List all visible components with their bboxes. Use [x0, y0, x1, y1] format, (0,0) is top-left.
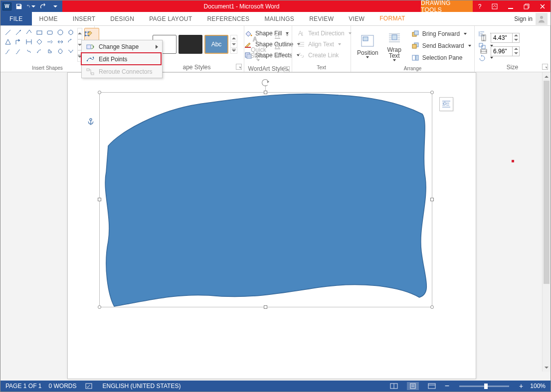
svg-rect-34 — [363, 37, 368, 41]
chevron-down-icon[interactable] — [232, 43, 236, 45]
spinner-up-icon[interactable] — [513, 47, 519, 51]
selection-pane-button[interactable]: Selection Pane — [409, 53, 473, 63]
style-thumb-blue[interactable]: Abc — [204, 35, 228, 54]
document-canvas[interactable] — [0, 72, 551, 381]
tab-design[interactable]: DESIGN — [103, 12, 142, 25]
link-icon — [297, 51, 305, 59]
redo-icon[interactable] — [38, 2, 47, 10]
marker — [512, 160, 514, 162]
width-icon — [480, 47, 488, 55]
tab-insert[interactable]: INSERT — [65, 12, 103, 25]
spinner-down-icon[interactable] — [513, 38, 519, 42]
spinner-up-icon[interactable] — [513, 33, 519, 38]
ribbon-options-icon[interactable] — [487, 0, 503, 12]
status-words[interactable]: 0 WORDS — [48, 383, 76, 390]
resize-handle-n[interactable] — [264, 91, 267, 94]
resize-handle-sw[interactable] — [98, 305, 101, 309]
dialog-launcher-icon[interactable] — [236, 64, 242, 70]
edit-shape-icon[interactable] — [85, 28, 93, 39]
tab-format[interactable]: FORMAT — [372, 12, 413, 25]
undo-more-icon[interactable] — [31, 5, 35, 7]
resize-handle-nw[interactable] — [98, 91, 101, 94]
dialog-launcher-icon[interactable] — [542, 64, 548, 70]
zoom-slider-thumb[interactable] — [484, 384, 488, 389]
position-button[interactable]: Position — [354, 28, 381, 63]
style-thumb-dark[interactable]: Abc — [179, 35, 202, 54]
sign-in-link[interactable]: Sign in — [514, 12, 551, 25]
resize-handle-e[interactable] — [430, 198, 434, 201]
scroll-up-icon[interactable] — [543, 72, 551, 81]
bring-forward-button[interactable]: Bring Forward — [409, 29, 473, 39]
vertical-scrollbar[interactable] — [542, 72, 551, 372]
resize-handle-s[interactable] — [264, 305, 267, 309]
status-page[interactable]: PAGE 1 OF 1 — [5, 383, 41, 390]
wrap-text-button[interactable]: Wrap Text — [383, 28, 405, 63]
resize-handle-se[interactable] — [430, 305, 434, 309]
resize-handle-w[interactable] — [98, 198, 101, 201]
width-input[interactable] — [491, 46, 520, 56]
position-icon — [360, 33, 375, 49]
zoom-level[interactable]: 100% — [530, 383, 546, 390]
save-icon[interactable] — [14, 2, 23, 10]
shape-style-gallery[interactable]: Abc Abc Abc — [153, 28, 237, 61]
resize-handle-ne[interactable] — [430, 91, 434, 94]
tab-mailings[interactable]: MAILINGS — [257, 12, 302, 25]
chevron-up-icon[interactable] — [232, 37, 236, 39]
zoom-out-button[interactable]: − — [445, 384, 449, 389]
send-backward-button[interactable]: Send Backward — [409, 41, 473, 51]
web-layout-icon[interactable] — [426, 382, 438, 390]
svg-text:A: A — [275, 53, 279, 60]
scroll-down-icon[interactable] — [543, 363, 551, 372]
height-value[interactable] — [491, 33, 512, 42]
spellcheck-icon[interactable] — [83, 382, 95, 390]
selection-pane-icon — [411, 54, 419, 62]
text-effects-button: A — [272, 51, 291, 61]
zoom-in-button[interactable]: + — [519, 384, 523, 389]
shapes-gallery[interactable] — [3, 28, 75, 62]
anchor-icon — [87, 118, 94, 128]
zoom-slider[interactable] — [459, 386, 509, 387]
svg-rect-28 — [275, 38, 280, 39]
more-icon[interactable] — [232, 49, 236, 52]
text-effects-icon: A — [274, 52, 282, 60]
height-input[interactable] — [491, 33, 520, 43]
edit-shape-menu: Change Shape Edit Points — [81, 40, 163, 78]
menu-edit-points[interactable]: Edit Points — [82, 53, 162, 65]
text-direction-label: Text Direction — [308, 30, 345, 37]
width-value[interactable] — [491, 47, 512, 56]
rotate-handle[interactable] — [262, 79, 269, 86]
menu-change-shape[interactable]: Change Shape — [82, 40, 162, 53]
minimize-button[interactable] — [503, 0, 519, 12]
svg-rect-6 — [37, 31, 42, 34]
tab-view[interactable]: VIEW — [341, 12, 372, 25]
align-text-icon — [297, 40, 305, 48]
tab-file[interactable]: FILE — [0, 12, 32, 25]
close-button[interactable] — [535, 0, 551, 12]
qat-customize-icon[interactable] — [50, 2, 59, 10]
group-label-text: Text — [292, 63, 351, 72]
read-mode-icon[interactable] — [388, 382, 400, 390]
svg-text:A: A — [275, 42, 279, 49]
style-thumb-label: Abc — [211, 41, 222, 48]
status-bar: PAGE 1 OF 1 0 WORDS ENGLISH (UNITED STAT… — [0, 381, 551, 392]
sign-in-label: Sign in — [514, 15, 533, 22]
print-layout-icon[interactable] — [407, 382, 419, 390]
chevron-up-icon[interactable] — [78, 32, 82, 34]
spinner-down-icon[interactable] — [513, 51, 519, 56]
tab-references[interactable]: REFERENCES — [199, 12, 257, 25]
user-avatar-icon — [536, 13, 548, 25]
dialog-launcher-icon[interactable] — [284, 66, 290, 72]
svg-rect-0 — [492, 4, 497, 9]
svg-rect-19 — [93, 57, 94, 58]
undo-icon[interactable] — [26, 2, 35, 10]
scrollbar-thumb[interactable] — [544, 81, 550, 284]
svg-rect-16 — [87, 45, 91, 49]
tab-home[interactable]: HOME — [32, 12, 65, 25]
tab-review[interactable]: REVIEW — [302, 12, 341, 25]
tab-page-layout[interactable]: PAGE LAYOUT — [142, 12, 199, 25]
help-button[interactable]: ? — [473, 0, 487, 12]
layout-options-button[interactable] — [439, 97, 453, 111]
restore-button[interactable] — [519, 0, 535, 12]
style-gallery-scroll[interactable] — [230, 35, 237, 54]
status-language[interactable]: ENGLISH (UNITED STATES) — [102, 383, 181, 390]
